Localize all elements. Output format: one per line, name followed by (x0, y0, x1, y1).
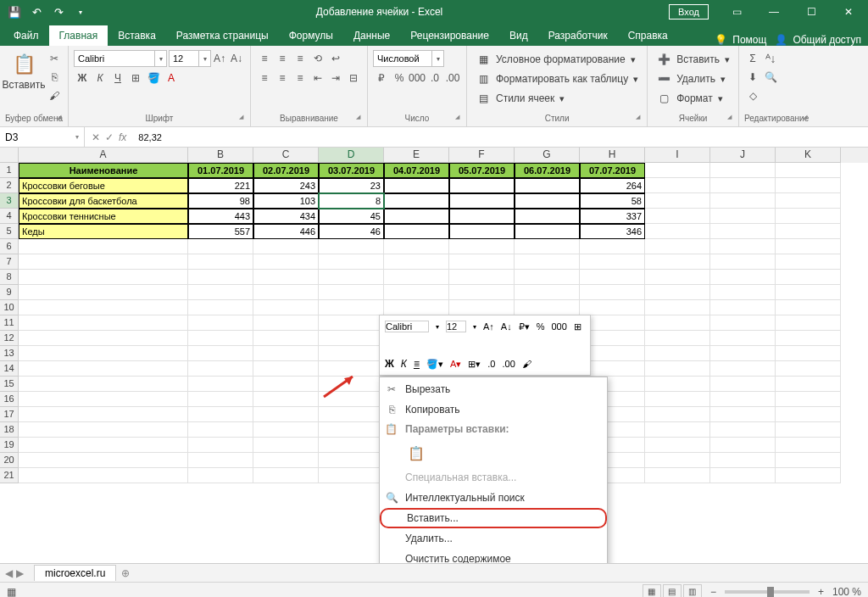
row-header[interactable]: 8 (0, 270, 19, 285)
mini-size-combo[interactable] (446, 321, 466, 332)
cell[interactable] (776, 178, 841, 193)
cell[interactable] (319, 331, 384, 346)
cell[interactable]: 346 (580, 224, 645, 239)
cell[interactable] (645, 224, 710, 239)
cell[interactable] (19, 422, 188, 438)
row-header[interactable]: 10 (0, 300, 19, 315)
cell[interactable] (710, 254, 776, 270)
number-format-combo[interactable] (373, 50, 432, 67)
cell[interactable]: Кроссовки теннисные (19, 209, 188, 224)
insert-cells-button[interactable]: ➕Вставить ▾ (653, 50, 733, 69)
tab-home[interactable]: Главная (49, 25, 108, 46)
conditional-formatting-button[interactable]: ▦Условное форматирование ▾ (472, 50, 639, 69)
cell[interactable] (253, 300, 319, 315)
borders-icon[interactable]: ⊞ (127, 70, 144, 86)
currency-icon[interactable]: ₽▾ (516, 318, 532, 335)
align-right-icon[interactable]: ≡ (292, 70, 309, 86)
sheet-nav-prev-icon[interactable]: ◀ (5, 567, 13, 579)
cell[interactable] (384, 178, 449, 193)
cell[interactable] (710, 193, 776, 209)
cell[interactable] (449, 239, 515, 254)
cell[interactable] (449, 209, 515, 224)
cell[interactable]: 103 (253, 193, 319, 209)
indent-dec-icon[interactable]: ⇤ (309, 70, 326, 86)
formula-input[interactable]: 82,32 (133, 132, 868, 142)
sheet-nav-next-icon[interactable]: ▶ (16, 567, 24, 579)
cell[interactable] (188, 315, 253, 331)
underline-icon[interactable]: Ч (109, 70, 126, 86)
pagebreak-view-icon[interactable]: ▥ (683, 584, 702, 598)
col-header[interactable]: I (645, 148, 710, 163)
cell[interactable] (319, 270, 384, 285)
cell[interactable] (776, 285, 841, 300)
cell[interactable] (776, 193, 841, 209)
redo-icon[interactable]: ↷ (49, 3, 68, 21)
cell[interactable] (19, 331, 188, 346)
cell[interactable]: 434 (253, 209, 319, 224)
sheet-tab[interactable]: microexcel.ru (34, 565, 116, 581)
tab-review[interactable]: Рецензирование (400, 25, 499, 46)
col-header[interactable]: G (515, 148, 580, 163)
cell[interactable]: 221 (188, 178, 253, 193)
wrap-text-icon[interactable]: ↩ (327, 50, 344, 67)
cell[interactable]: 557 (188, 224, 253, 239)
cell[interactable] (319, 285, 384, 300)
cell[interactable] (776, 300, 841, 315)
row-header[interactable]: 11 (0, 315, 19, 331)
dec-dec-icon[interactable]: .00 (444, 70, 461, 86)
pagelayout-view-icon[interactable]: ▤ (663, 584, 682, 598)
cell[interactable] (253, 407, 319, 422)
cell[interactable]: 23 (319, 178, 384, 193)
align-top-icon[interactable]: ≡ (256, 50, 273, 67)
cell[interactable]: Кроссовки беговые (19, 178, 188, 193)
row-header[interactable]: 9 (0, 285, 19, 300)
cell[interactable] (449, 270, 515, 285)
row-header[interactable]: 1 (0, 163, 19, 178)
cell-styles-button[interactable]: ▤Стили ячеек ▾ (472, 89, 568, 108)
ctx-smart-lookup[interactable]: 🔍Интеллектуальный поиск (380, 488, 607, 508)
maximize-icon[interactable]: ☐ (793, 1, 829, 23)
cell[interactable]: Кроссовки для баскетбола (19, 193, 188, 209)
cancel-formula-icon[interactable]: ✕ (92, 131, 100, 143)
tab-data[interactable]: Данные (343, 25, 400, 46)
cell[interactable]: 05.07.2019 (449, 163, 515, 178)
format-painter-icon[interactable]: 🖌 (46, 87, 63, 104)
cell[interactable] (710, 163, 776, 178)
cell[interactable] (319, 407, 384, 422)
format-painter-icon[interactable]: 🖌 (520, 355, 534, 372)
chevron-down-icon[interactable]: ▾ (155, 50, 167, 67)
cell[interactable] (384, 193, 449, 209)
cell[interactable] (776, 422, 841, 438)
cell[interactable] (449, 193, 515, 209)
cell[interactable]: 02.07.2019 (253, 163, 319, 178)
bold-icon[interactable]: Ж (382, 355, 397, 372)
cell[interactable] (19, 392, 188, 407)
cell[interactable] (319, 392, 384, 407)
row-header[interactable]: 15 (0, 377, 19, 392)
cell[interactable] (253, 453, 319, 468)
cell[interactable] (515, 193, 580, 209)
cell[interactable] (645, 178, 710, 193)
cell[interactable] (645, 331, 710, 346)
cell[interactable] (384, 285, 449, 300)
cell[interactable] (19, 254, 188, 270)
fill-icon[interactable]: ⬇ (744, 69, 761, 86)
share-button[interactable]: 👤Общий доступ (775, 34, 861, 46)
cell[interactable]: 443 (188, 209, 253, 224)
paste-default-icon[interactable]: 📋 (405, 442, 427, 464)
font-size-combo[interactable] (169, 50, 199, 67)
italic-icon[interactable]: К (92, 70, 108, 86)
cell[interactable] (645, 209, 710, 224)
zoom-slider[interactable] (725, 590, 810, 594)
cell[interactable] (515, 178, 580, 193)
dec-inc-icon[interactable]: .0 (485, 355, 498, 372)
cell[interactable] (19, 407, 188, 422)
cell[interactable] (319, 361, 384, 377)
col-header[interactable]: H (580, 148, 645, 163)
cell[interactable] (188, 422, 253, 438)
enter-formula-icon[interactable]: ✓ (105, 131, 114, 143)
tab-pagelayout[interactable]: Разметка страницы (166, 25, 279, 46)
cell[interactable] (253, 361, 319, 377)
cell[interactable] (253, 270, 319, 285)
cell[interactable] (253, 392, 319, 407)
